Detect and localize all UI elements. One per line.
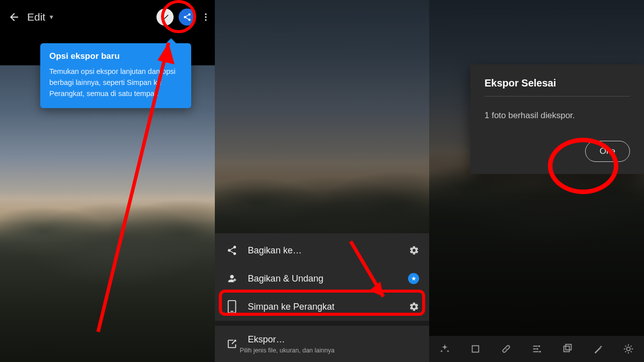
crop-icon <box>470 343 481 354</box>
dialog-title: Ekspor Selesai <box>485 77 630 97</box>
annotation-arrow-1 <box>0 0 215 362</box>
tool-effects[interactable] <box>589 340 607 358</box>
svg-rect-9 <box>472 346 478 352</box>
bottom-toolbar <box>429 336 644 362</box>
svg-point-11 <box>506 348 507 349</box>
sun-icon <box>623 343 634 354</box>
bandage-icon <box>501 343 512 354</box>
annotation-circle-ok <box>548 138 618 194</box>
svg-point-14 <box>539 351 541 353</box>
annotation-circle-share <box>161 0 196 33</box>
svg-point-13 <box>536 348 538 350</box>
tool-copies[interactable] <box>558 340 577 358</box>
copies-icon <box>562 343 573 354</box>
tool-light[interactable] <box>619 340 637 358</box>
annotation-rect-save <box>219 290 425 316</box>
wand-icon <box>593 343 604 354</box>
svg-line-3 <box>98 43 169 332</box>
pane-step-2: Bagikan ke… Bagikan & Undang ★ Simpan ke… <box>215 0 430 362</box>
sliders-icon <box>531 343 542 354</box>
svg-point-17 <box>627 347 630 350</box>
sparkle-icon <box>439 343 450 354</box>
svg-point-12 <box>538 345 540 347</box>
dialog-body: 1 foto berhasil diekspor. <box>485 111 630 121</box>
tool-heal[interactable] <box>497 340 515 358</box>
tool-adjust[interactable] <box>528 340 546 358</box>
svg-rect-16 <box>566 344 571 350</box>
pane-step-3: Ekspor Selesai 1 foto berhasil diekspor.… <box>429 0 644 362</box>
tool-presets[interactable] <box>436 340 454 358</box>
pane-step-1: Edit ▼ Opsi ekspor baru Temukan opsi eks… <box>0 0 215 362</box>
tool-crop[interactable] <box>466 340 485 358</box>
svg-rect-15 <box>564 346 569 352</box>
